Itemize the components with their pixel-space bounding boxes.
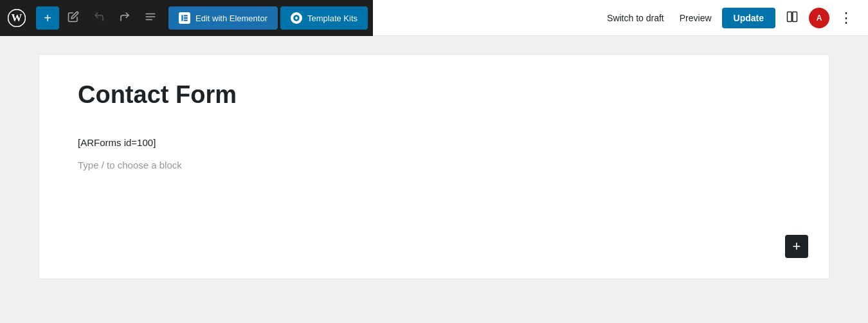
topbar: W + [0,0,868,36]
more-options-button[interactable]: ⋮ [835,6,858,30]
plus-icon: + [44,11,51,26]
svg-rect-8 [184,19,188,21]
topbar-right: Switch to draft Preview Update A ⋮ [373,0,868,36]
svg-rect-10 [788,12,792,21]
view-toggle-icon [786,10,799,26]
pencil-icon [68,11,79,26]
redo-button[interactable] [113,6,136,30]
update-label: Update [734,13,764,23]
preview-label: Preview [680,13,712,23]
edit-with-elementor-button[interactable]: Edit with Elementor [168,6,278,30]
list-icon [145,11,156,26]
floating-add-button[interactable]: + [785,235,808,258]
svg-text:W: W [12,12,23,24]
edit-button[interactable] [62,6,85,30]
add-block-placeholder[interactable]: Type / to choose a block [78,154,790,176]
svg-rect-5 [181,15,183,21]
shortcode-block[interactable]: [ARForms id=100] [78,131,790,154]
undo-icon [93,11,105,26]
template-kits-label: Template Kits [307,14,357,23]
switch-draft-button[interactable]: Switch to draft [602,9,669,27]
svg-rect-11 [793,12,797,21]
more-options-icon: ⋮ [839,10,853,26]
svg-rect-6 [184,15,188,16]
svg-rect-7 [184,17,188,19]
template-kits-button[interactable]: Template Kits [280,6,368,30]
undo-button[interactable] [87,6,111,30]
elementor-icon [179,12,190,24]
update-button[interactable]: Update [722,8,775,28]
floating-plus-icon: + [793,239,801,254]
template-kits-icon [291,12,302,24]
view-toggle-button[interactable] [781,6,804,30]
avatar-icon: A [817,14,822,23]
redo-icon [119,11,131,26]
topbar-left: W + [0,0,373,36]
wp-logo: W [5,6,28,30]
switch-draft-label: Switch to draft [607,13,664,23]
post-title[interactable]: Contact Form [78,80,790,110]
editor-canvas: Contact Form [ARForms id=100] Type / to … [39,54,829,279]
content-area: Contact Form [ARForms id=100] Type / to … [0,36,868,323]
tools-button[interactable] [139,6,162,30]
preview-button[interactable]: Preview [674,9,717,27]
edit-with-elementor-label: Edit with Elementor [195,14,267,23]
add-block-button[interactable]: + [36,6,59,30]
user-avatar-button[interactable]: A [809,8,829,28]
